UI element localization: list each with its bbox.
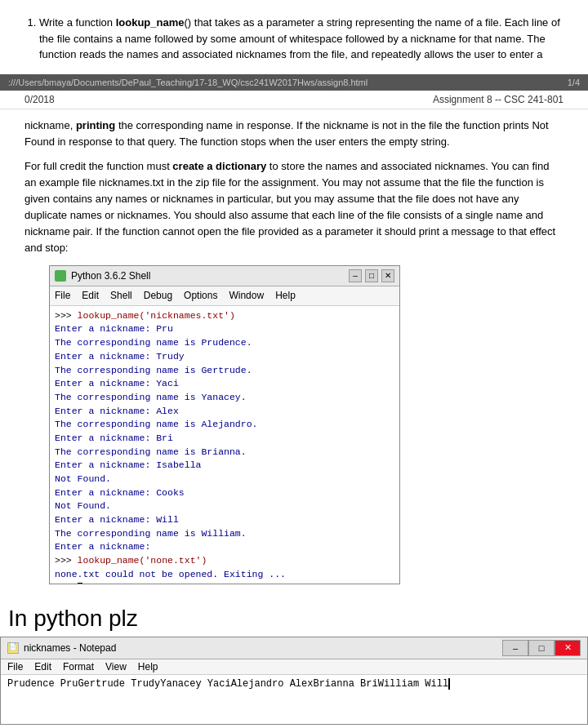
close-button[interactable]: ✕ xyxy=(381,269,394,282)
shell-line-21: >>> xyxy=(55,581,394,584)
shell-line-17: The corresponding name is William. xyxy=(55,527,394,541)
shell-line-2: Enter a nickname: Pru xyxy=(55,322,394,336)
shell-line-1: >>> lookup_name('nicknames.txt') xyxy=(55,309,394,323)
notepad-titlebar: 📄 nicknames - Notepad – □ ✕ xyxy=(1,637,587,659)
main-content: nickname, printing the corresponding nam… xyxy=(0,109,588,599)
shell-titlebar-left: Python 3.6.2 Shell xyxy=(55,269,150,284)
shell-line-6: Enter a nickname: Yaci xyxy=(55,377,394,391)
shell-menu-options[interactable]: Options xyxy=(184,288,217,304)
notepad-menu-format[interactable]: Format xyxy=(63,661,94,673)
notepad-titlebar-left: 📄 nicknames - Notepad xyxy=(7,642,116,654)
notepad-menu-help[interactable]: Help xyxy=(138,661,158,673)
minimize-button[interactable]: – xyxy=(349,269,362,282)
shell-line-11: The corresponding name is Brianna. xyxy=(55,446,394,459)
notepad-close-button[interactable]: ✕ xyxy=(555,640,581,656)
shell-menu-help[interactable]: Help xyxy=(275,288,296,304)
shell-line-20: none.txt could not be opened. Exiting ..… xyxy=(55,568,394,582)
page-header: 0/2018 Assignment 8 -- CSC 241-801 xyxy=(0,91,588,109)
shell-line-15: Not Found. xyxy=(55,499,394,513)
shell-menu-window[interactable]: Window xyxy=(229,288,264,304)
shell-window: Python 3.6.2 Shell – □ ✕ File Edit Shell… xyxy=(49,265,400,584)
shell-line-12: Enter a nickname: Isabella xyxy=(55,459,394,473)
body-bold-1: printing xyxy=(76,119,115,131)
body-text-2b: to store the names and associated nickna… xyxy=(24,160,555,255)
shell-line-9: The corresponding name is Alejandro. xyxy=(55,418,394,432)
shell-line-10: Enter a nickname: Bri xyxy=(55,432,394,446)
shell-line-3: The corresponding name is Prudence. xyxy=(55,336,394,350)
shell-body[interactable]: >>> lookup_name('nicknames.txt') Enter a… xyxy=(50,306,399,584)
page-date: 0/2018 xyxy=(24,94,55,105)
shell-line-14: Enter a nickname: Cooks xyxy=(55,486,394,500)
page-number: 1/4 xyxy=(568,78,580,87)
notepad-icon: 📄 xyxy=(7,642,19,654)
shell-line-16: Enter a nickname: Will xyxy=(55,513,394,527)
shell-menubar: File Edit Shell Debug Options Window Hel… xyxy=(50,286,399,306)
body-paragraph-1: nickname, printing the corresponding nam… xyxy=(24,118,564,150)
url-bar: :///Users/bmaya/Documents/DePaul_Teachin… xyxy=(0,74,588,91)
shell-menu-shell[interactable]: Shell xyxy=(110,288,132,304)
notepad-menubar: File Edit Format View Help xyxy=(1,659,587,675)
in-python-label: In python plz xyxy=(0,599,588,637)
instruction-section: Write a function lookup_name() that take… xyxy=(0,0,588,74)
notepad-content: Prudence PruGertrude TrudyYanacey YaciAl… xyxy=(7,678,456,690)
notepad-titlebar-controls[interactable]: – □ ✕ xyxy=(502,640,581,656)
shell-line-19: >>> lookup_name('none.txt') xyxy=(55,554,394,568)
python-icon xyxy=(55,270,66,282)
shell-menu-debug[interactable]: Debug xyxy=(144,288,172,304)
instruction-text: Write a function xyxy=(39,16,116,29)
shell-line-5: The corresponding name is Gertrude. xyxy=(55,364,394,378)
shell-titlebar-controls[interactable]: – □ ✕ xyxy=(349,269,394,282)
shell-line-13: Not Found. xyxy=(55,473,394,486)
notepad-maximize-button[interactable]: □ xyxy=(528,640,555,656)
notepad-title: nicknames - Notepad xyxy=(24,642,116,654)
shell-titlebar: Python 3.6.2 Shell – □ ✕ xyxy=(50,266,399,287)
notepad-menu-file[interactable]: File xyxy=(7,661,23,673)
function-name: lookup_name xyxy=(116,16,185,29)
shell-menu-edit[interactable]: Edit xyxy=(82,288,99,304)
body-bold-2: create a dictionary xyxy=(172,160,266,172)
shell-line-4: Enter a nickname: Trudy xyxy=(55,350,394,364)
notepad-minimize-button[interactable]: – xyxy=(502,640,528,656)
notepad-menu-view[interactable]: View xyxy=(105,661,127,673)
body-text-1: nickname, xyxy=(24,119,76,131)
shell-line-7: The corresponding name is Yanacey. xyxy=(55,391,394,405)
notepad-menu-edit[interactable]: Edit xyxy=(34,661,51,673)
maximize-button[interactable]: □ xyxy=(365,269,378,282)
notepad-window: 📄 nicknames - Notepad – □ ✕ File Edit Fo… xyxy=(0,637,588,725)
page-title: Assignment 8 -- CSC 241-801 xyxy=(433,94,564,105)
shell-line-8: Enter a nickname: Alex xyxy=(55,405,394,419)
body-text-2: For full credit the function must xyxy=(24,160,172,172)
body-paragraph-2: For full credit the function must create… xyxy=(24,158,564,257)
url-path: :///Users/bmaya/Documents/DePaul_Teachin… xyxy=(8,78,368,87)
shell-line-18: Enter a nickname: xyxy=(55,540,394,554)
notepad-body[interactable]: Prudence PruGertrude TrudyYanacey YaciAl… xyxy=(1,675,587,724)
shell-title: Python 3.6.2 Shell xyxy=(71,269,150,284)
shell-menu-file[interactable]: File xyxy=(55,288,70,304)
